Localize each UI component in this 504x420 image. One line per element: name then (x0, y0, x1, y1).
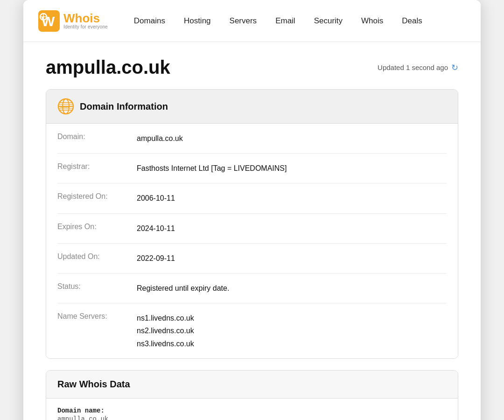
updated-info: Updated 1 second ago ↻ (378, 63, 458, 73)
nav-item-servers[interactable]: Servers (222, 16, 265, 26)
card-body: Domain:ampulla.co.ukRegistrar:Fasthosts … (46, 124, 458, 358)
raw-label: Domain name: (57, 407, 447, 414)
nav-link-hosting[interactable]: Hosting (176, 13, 218, 29)
info-value: Registered until expiry date. (137, 282, 229, 294)
logo-icon: W (38, 10, 60, 32)
info-label: Expires On: (57, 222, 137, 231)
nav-item-email[interactable]: Email (268, 16, 303, 26)
nav-link-security[interactable]: Security (307, 13, 350, 29)
nav-item-domains[interactable]: Domains (126, 16, 173, 26)
nav-link-deals[interactable]: Deals (394, 13, 429, 29)
raw-card-title: Raw Whois Data (57, 379, 130, 389)
info-label: Updated On: (57, 252, 137, 261)
nav-link-email[interactable]: Email (268, 13, 303, 29)
nav-link-whois[interactable]: Whois (354, 13, 391, 29)
svg-text:www: www (60, 105, 69, 109)
raw-whois-card: Raw Whois Data Domain name: ampulla.co.u… (46, 370, 458, 420)
refresh-icon[interactable]: ↻ (451, 63, 458, 73)
logo-tagline: Identity for everyone (63, 24, 108, 29)
info-label: Domain: (57, 132, 137, 141)
main-content: ampulla.co.uk Updated 1 second ago ↻ (23, 42, 481, 420)
logo[interactable]: W Whois Identity for everyone (38, 10, 108, 32)
nav-link-domains[interactable]: Domains (126, 13, 173, 29)
updated-text: Updated 1 second ago (378, 63, 448, 71)
info-row: Expires On:2024-10-11 (57, 214, 447, 244)
card-header: www Domain Information (46, 90, 458, 124)
nav-item-hosting[interactable]: Hosting (176, 16, 218, 26)
info-row: Name Servers:ns1.livedns.co.uk ns2.lived… (57, 303, 447, 358)
logo-name: Whois (63, 12, 108, 24)
info-row: Registrar:Fasthosts Internet Ltd [Tag = … (57, 154, 447, 183)
info-label: Name Servers: (57, 312, 137, 321)
domain-header: ampulla.co.uk Updated 1 second ago ↻ (46, 57, 458, 78)
info-label: Registered On: (57, 192, 137, 201)
info-row: Domain:ampulla.co.uk (57, 124, 447, 154)
nav-link-servers[interactable]: Servers (222, 13, 265, 29)
info-row: Updated On:2022-09-11 (57, 244, 447, 273)
nav-item-whois[interactable]: Whois (354, 16, 391, 26)
info-value: Fasthosts Internet Ltd [Tag = LIVEDOMAIN… (137, 162, 287, 175)
nav-links: Domains Hosting Servers Email Security W… (126, 16, 430, 26)
info-value: ampulla.co.uk (137, 132, 183, 145)
nav-bar: W Whois Identity for everyone Domains Ho… (23, 0, 481, 42)
raw-card-header: Raw Whois Data (46, 371, 458, 399)
info-value: 2006-10-11 (137, 192, 175, 204)
domain-info-card: www Domain Information Domain:ampulla.co… (46, 89, 458, 359)
info-row: Status:Registered until expiry date. (57, 273, 447, 303)
info-label: Registrar: (57, 162, 137, 171)
logo-text: Whois Identity for everyone (63, 12, 108, 29)
domain-title: ampulla.co.uk (46, 57, 170, 78)
raw-value: ampulla.co.uk (57, 415, 447, 420)
info-value: ns1.livedns.co.uk ns2.livedns.co.uk ns3.… (137, 312, 194, 350)
info-label: Status: (57, 282, 137, 291)
info-value: 2024-10-11 (137, 222, 175, 235)
info-row: Registered On:2006-10-11 (57, 183, 447, 213)
raw-card-body: Domain name: ampulla.co.uk (46, 399, 458, 420)
nav-item-security[interactable]: Security (307, 16, 350, 26)
www-icon: www (57, 98, 74, 115)
info-value: 2022-09-11 (137, 252, 175, 265)
card-header-title: Domain Information (80, 101, 168, 112)
nav-item-deals[interactable]: Deals (394, 16, 429, 26)
